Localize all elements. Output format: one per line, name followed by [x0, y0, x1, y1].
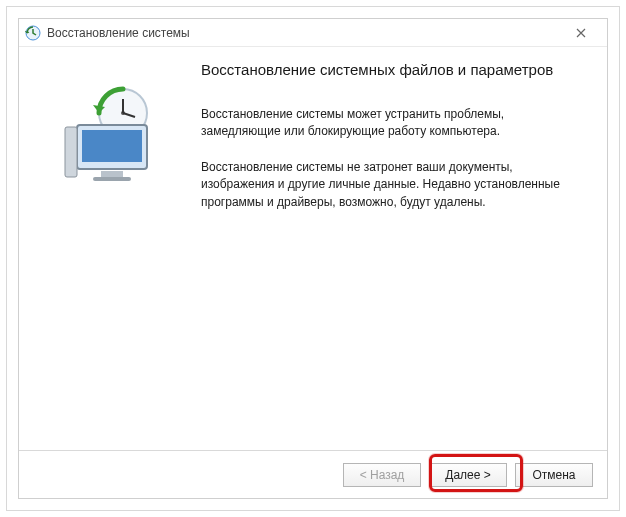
illustration-panel: [33, 61, 193, 442]
back-button: < Назад: [343, 463, 421, 487]
svg-rect-10: [65, 127, 77, 177]
svg-rect-9: [93, 177, 131, 181]
svg-rect-7: [82, 130, 142, 162]
restore-illustration-icon: [53, 85, 173, 185]
paragraph-2: Восстановление системы не затронет ваши …: [201, 159, 571, 211]
close-button[interactable]: [561, 19, 601, 46]
page-heading: Восстановление системных файлов и параме…: [201, 61, 587, 78]
text-panel: Восстановление системных файлов и параме…: [193, 61, 587, 442]
close-icon: [576, 28, 586, 38]
paragraph-1: Восстановление системы может устранить п…: [201, 106, 571, 141]
dialog-window: Восстановление системы: [18, 18, 608, 499]
next-button[interactable]: Далее >: [429, 463, 507, 487]
cancel-button[interactable]: Отмена: [515, 463, 593, 487]
window-title: Восстановление системы: [47, 26, 561, 40]
titlebar: Восстановление системы: [19, 19, 607, 47]
button-bar: < Назад Далее > Отмена: [19, 450, 607, 498]
svg-rect-8: [101, 171, 123, 177]
content-area: Восстановление системных файлов и параме…: [19, 47, 607, 450]
system-restore-icon: [25, 25, 41, 41]
